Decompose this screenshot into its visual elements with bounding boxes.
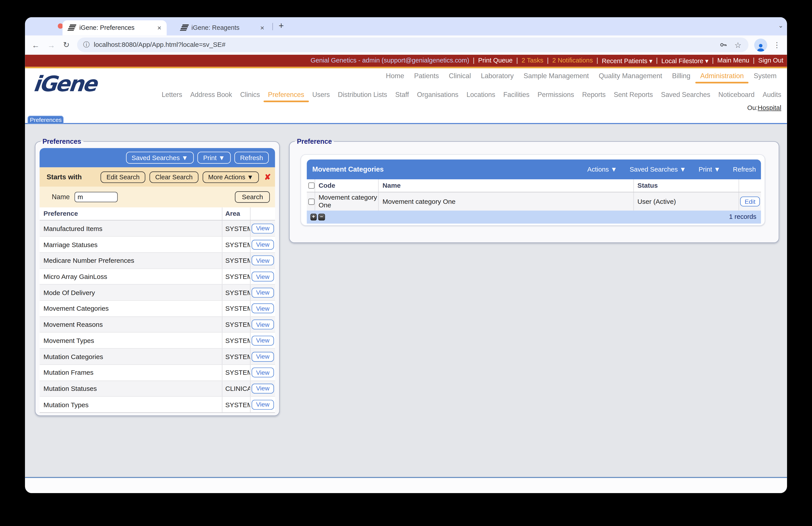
view-button[interactable]: View [251, 399, 274, 409]
close-search-icon[interactable]: ✘ [264, 172, 271, 182]
sub-nav-item[interactable]: Reports [582, 91, 606, 99]
sub-nav-item[interactable]: Facilities [503, 91, 530, 99]
close-window-button[interactable] [58, 24, 63, 28]
view-button[interactable]: View [251, 319, 274, 329]
password-key-icon[interactable] [719, 41, 728, 49]
search-button[interactable]: Search [235, 191, 270, 203]
sub-nav-item[interactable]: Noticeboard [718, 91, 754, 99]
main-nav-item[interactable]: Quality Management [599, 72, 662, 80]
view-button[interactable]: View [251, 287, 274, 297]
header-status: Status [634, 179, 739, 192]
browser-tab-preferences[interactable]: iGene: Preferences × [63, 20, 166, 35]
sub-nav-item[interactable]: Address Book [190, 91, 232, 99]
toolbar-button[interactable]: Print ▼ [198, 152, 231, 164]
main-nav-item[interactable]: Patients [414, 72, 439, 80]
sub-nav-item[interactable]: Saved Searches [661, 91, 710, 99]
card-menu-item[interactable]: Actions ▼ [588, 166, 617, 173]
sub-nav-item[interactable]: Locations [466, 91, 495, 99]
ou-hospital-link[interactable]: Hospital [758, 104, 781, 112]
main-nav-item[interactable]: Home [386, 72, 404, 80]
separator: | [712, 57, 714, 64]
tab-search-icon[interactable]: ⌄ [778, 22, 783, 29]
back-button[interactable]: ← [32, 40, 40, 49]
sub-nav-item[interactable]: Permissions [537, 91, 574, 99]
new-tab-button[interactable]: + [277, 19, 286, 32]
table-row: Micro Array GainLoss SYSTEM View [39, 268, 275, 284]
status-cell: User (Active) [634, 192, 739, 211]
status-bar-item[interactable]: Genial Genetics - admin (support@genialg… [310, 57, 469, 64]
code-cell: Movement category One [315, 192, 379, 211]
admin-sub-nav: LettersAddress BookClinicsPreferencesUse… [162, 91, 787, 99]
view-button[interactable]: View [251, 304, 274, 314]
card-menu-item[interactable]: Print ▼ [699, 166, 721, 173]
header-area: Area [222, 207, 251, 220]
status-bar-item[interactable]: Sign Out [758, 57, 783, 64]
remove-record-icon[interactable]: − [318, 214, 325, 221]
card-menu-item[interactable]: Refresh [733, 166, 756, 173]
main-nav-item[interactable]: Billing [672, 72, 691, 80]
card-menu-item[interactable]: Saved Searches ▼ [629, 166, 686, 173]
close-tab-icon[interactable]: × [260, 24, 264, 32]
sub-nav-item[interactable]: Staff [395, 91, 409, 99]
view-button[interactable]: View [251, 256, 274, 266]
separator: | [547, 57, 549, 64]
main-nav-item[interactable]: Clinical [449, 72, 471, 80]
sub-nav-item[interactable]: Organisations [417, 91, 459, 99]
main-nav-item[interactable]: System [754, 72, 777, 80]
profile-avatar[interactable] [754, 39, 767, 52]
status-bar-item[interactable]: Local Filestore ▾ [661, 57, 708, 65]
main-nav-item[interactable]: Laboratory [481, 72, 514, 80]
table-row: Mutation Frames SYSTEM View [39, 364, 275, 380]
view-button[interactable]: View [251, 336, 274, 345]
browser-menu-icon[interactable]: ⋮ [773, 41, 781, 49]
status-bar-item[interactable]: Recent Patients ▾ [602, 57, 652, 65]
card-footer: + − 1 records [306, 211, 761, 223]
table-header-row: Preference Area [39, 207, 275, 221]
row-checkbox[interactable] [308, 198, 314, 204]
filter-button[interactable]: Edit Search [101, 171, 145, 183]
sub-nav-item[interactable]: Clinics [240, 91, 260, 99]
browser-toolbar: ← → ↻ ⓘ localhost:8080/App/App.html?loca… [25, 35, 787, 55]
view-button[interactable]: View [251, 272, 274, 282]
view-button[interactable]: View [251, 223, 274, 233]
view-button[interactable]: View [251, 384, 274, 394]
status-bar-item[interactable]: 2 Notifications [552, 57, 593, 64]
status-bar-item[interactable]: Main Menu [717, 57, 749, 64]
view-button[interactable]: View [251, 352, 274, 361]
site-info-icon[interactable]: ⓘ [83, 40, 90, 49]
browser-tab-reagents[interactable]: iGene: Reagents × [175, 20, 270, 35]
sub-nav-item[interactable]: Sent Reports [614, 91, 653, 99]
url-text[interactable]: localhost:8080/App/App.html?locale=sv_SE… [94, 41, 719, 48]
sub-nav-item[interactable]: Users [312, 91, 330, 99]
sub-nav-item[interactable]: Audits [763, 91, 781, 99]
header-preference: Preference [39, 207, 222, 220]
view-button[interactable]: View [251, 368, 274, 378]
add-record-icon[interactable]: + [310, 214, 317, 221]
separator: | [516, 57, 518, 64]
page-tab-preferences[interactable]: Preferences [28, 115, 64, 124]
header-code: Code [315, 179, 379, 192]
address-bar[interactable]: ⓘ localhost:8080/App/App.html?locale=sv_… [77, 38, 748, 52]
status-bar-item[interactable]: Print Queue [478, 57, 512, 64]
edit-button[interactable]: Edit [740, 197, 760, 207]
status-bar-item[interactable]: 2 Tasks [522, 57, 543, 64]
name-search-input[interactable] [74, 192, 118, 202]
sub-nav-item[interactable]: Distribution Lists [338, 91, 387, 99]
toolbar-button[interactable]: Refresh [234, 152, 269, 164]
filter-button[interactable]: More Actions ▼ [203, 171, 259, 183]
select-all-checkbox[interactable] [308, 182, 314, 188]
reload-button[interactable]: ↻ [63, 40, 70, 49]
area-cell: SYSTEM [222, 285, 251, 300]
main-nav-item[interactable]: Administration [700, 72, 744, 80]
forward-button: → [47, 40, 55, 49]
main-nav-item[interactable]: Sample Management [524, 72, 589, 80]
sub-nav-item[interactable]: Letters [162, 91, 182, 99]
preference-name-cell: Mutation Types [39, 397, 222, 412]
toolbar-button[interactable]: Saved Searches ▼ [126, 152, 194, 164]
bookmark-star-icon[interactable]: ☆ [735, 41, 742, 49]
main-content: Preferences Saved Searches ▼Print ▼Refre… [25, 124, 787, 477]
sub-nav-item[interactable]: Preferences [268, 91, 304, 99]
close-tab-icon[interactable]: × [157, 24, 161, 32]
filter-button[interactable]: Clear Search [149, 171, 198, 183]
view-button[interactable]: View [251, 240, 274, 250]
